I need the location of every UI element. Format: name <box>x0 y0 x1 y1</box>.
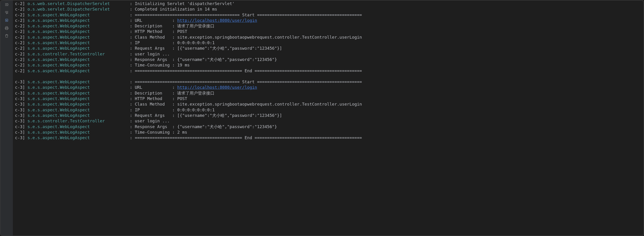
log-separator: : <box>127 34 135 40</box>
log-thread: c-2] <box>15 57 28 62</box>
log-message: Initializing Servlet 'dispatcherServlet' <box>135 1 234 6</box>
log-thread: c-3] <box>15 90 28 96</box>
log-thread: c-2] <box>15 51 28 57</box>
log-line: c-2] s.e.s.aspect.WebLogAspect : Time-Co… <box>15 62 642 68</box>
log-message: user login ... <box>135 118 170 124</box>
log-thread: c-3] <box>15 135 28 141</box>
log-message: Description : 请求了用户登录接口 <box>135 90 214 96</box>
log-thread: c-2] <box>15 34 28 40</box>
log-message: Completed initialization in 14 ms <box>135 6 217 12</box>
log-thread: c-2] <box>15 23 28 29</box>
log-logger: s.e.s.controller.TestController <box>28 51 127 57</box>
log-line: c-3] s.e.s.aspect.WebLogAspect : =======… <box>15 79 642 85</box>
log-thread: c-3] <box>15 113 28 118</box>
log-logger: s.e.s.aspect.WebLogAspect <box>28 124 127 130</box>
print-icon[interactable] <box>4 26 9 30</box>
log-line: c-2] s.e.s.aspect.WebLogAspect : IP : 0:… <box>15 40 642 45</box>
log-thread: c-2] <box>15 6 28 12</box>
log-line: c-3] s.e.s.aspect.WebLogAspect : Class M… <box>15 101 642 107</box>
log-line: c-2] s.e.s.aspect.WebLogAspect : =======… <box>15 12 642 18</box>
log-url-link[interactable]: http://localhost:8080/user/login <box>177 18 257 23</box>
log-line: c-2] o.s.web.servlet.DispatcherServlet :… <box>15 6 642 12</box>
log-thread: c-2] <box>15 68 28 74</box>
log-separator: : <box>127 68 135 74</box>
log-output[interactable]: c-2] o.s.web.servlet.DispatcherServlet :… <box>13 0 644 236</box>
log-logger: s.e.s.aspect.WebLogAspect <box>28 68 127 74</box>
log-thread: c-2] <box>15 40 28 45</box>
log-thread: c-2] <box>15 18 28 23</box>
log-logger: s.e.s.aspect.WebLogAspect <box>28 101 127 107</box>
svg-rect-1 <box>6 28 8 29</box>
log-logger: s.e.s.aspect.WebLogAspect <box>28 40 127 45</box>
log-logger: s.e.s.aspect.WebLogAspect <box>28 12 127 18</box>
log-message: HTTP Method : POST <box>135 29 187 34</box>
log-separator: : <box>127 124 135 130</box>
log-separator: : <box>127 51 135 57</box>
log-line: c-2] o.s.web.servlet.DispatcherServlet :… <box>15 1 642 6</box>
log-logger: s.e.s.aspect.WebLogAspect <box>28 29 127 34</box>
log-logger: s.e.s.aspect.WebLogAspect <box>28 113 127 118</box>
log-separator: : <box>127 40 135 45</box>
log-separator: : <box>127 130 135 135</box>
log-separator: : <box>127 107 135 113</box>
log-thread: c-3] <box>15 124 28 130</box>
log-line: c-3] s.e.s.aspect.WebLogAspect : URL : h… <box>15 85 642 90</box>
log-message: Response Args : {"username":"犬小哈","passw… <box>135 57 277 62</box>
log-line: c-3] s.e.s.aspect.WebLogAspect : Time-Co… <box>15 130 642 135</box>
log-message: Class Method : site.exception.springboot… <box>135 34 362 40</box>
log-separator: : <box>127 135 135 141</box>
log-logger: s.e.s.aspect.WebLogAspect <box>28 130 127 135</box>
log-separator: : <box>127 12 135 18</box>
log-message: Description : 请求了用户登录接口 <box>135 23 214 29</box>
log-message: ========================================… <box>135 12 362 18</box>
log-line: c-3] s.e.s.aspect.WebLogAspect : Respons… <box>15 124 642 130</box>
log-logger: s.e.s.aspect.WebLogAspect <box>28 85 127 90</box>
log-line: c-3] s.e.s.aspect.WebLogAspect : IP : 0:… <box>15 107 642 113</box>
log-thread: c-3] <box>15 107 28 113</box>
log-logger: s.e.s.aspect.WebLogAspect <box>28 23 127 29</box>
log-label: URL : <box>135 85 177 90</box>
log-logger: s.e.s.aspect.WebLogAspect <box>28 90 127 96</box>
log-separator: : <box>127 45 135 51</box>
log-logger: s.e.s.aspect.WebLogAspect <box>28 107 127 113</box>
log-thread: c-2] <box>15 62 28 68</box>
log-blank-line <box>15 74 642 79</box>
toggle-icon[interactable] <box>4 2 9 7</box>
log-label: URL : <box>135 18 177 23</box>
log-logger: o.s.web.servlet.DispatcherServlet <box>28 6 127 12</box>
log-line: c-3] s.e.s.aspect.WebLogAspect : Request… <box>15 113 642 118</box>
console-gutter <box>0 0 13 236</box>
log-separator: : <box>127 113 135 118</box>
log-separator: : <box>127 23 135 29</box>
log-url-link[interactable]: http://localhost:8080/user/login <box>177 85 257 90</box>
log-line: c-2] s.e.s.aspect.WebLogAspect : Respons… <box>15 57 642 62</box>
log-separator: : <box>127 1 135 6</box>
log-message: Class Method : site.exception.springboot… <box>135 101 362 107</box>
log-thread: c-3] <box>15 130 28 135</box>
log-logger: s.e.s.controller.TestController <box>28 118 127 124</box>
log-thread: c-3] <box>15 79 28 85</box>
log-message: Request Args : [{"username":"犬小哈","passw… <box>135 113 282 118</box>
log-logger: s.e.s.aspect.WebLogAspect <box>28 57 127 62</box>
wrap-icon[interactable] <box>4 10 9 15</box>
log-thread: c-2] <box>15 12 28 18</box>
log-message: HTTP Method : POST <box>135 96 187 101</box>
log-logger: s.e.s.aspect.WebLogAspect <box>28 45 127 51</box>
log-line: c-2] s.e.s.controller.TestController : u… <box>15 51 642 57</box>
log-logger: s.e.s.aspect.WebLogAspect <box>28 34 127 40</box>
trash-icon[interactable] <box>4 33 9 38</box>
log-message: ========================================… <box>135 68 362 74</box>
log-line: c-2] s.e.s.aspect.WebLogAspect : Request… <box>15 45 642 51</box>
log-separator: : <box>127 118 135 124</box>
log-message: Response Args : {"username":"犬小哈","passw… <box>135 124 277 130</box>
log-logger: s.e.s.aspect.WebLogAspect <box>28 135 127 141</box>
log-separator: : <box>127 29 135 34</box>
log-logger: s.e.s.aspect.WebLogAspect <box>28 62 127 68</box>
log-line: c-2] s.e.s.aspect.WebLogAspect : Descrip… <box>15 23 642 29</box>
log-line: c-3] s.e.s.aspect.WebLogAspect : Descrip… <box>15 90 642 96</box>
log-message: ========================================… <box>135 79 362 85</box>
log-message: Request Args : [{"username":"犬小哈","passw… <box>135 45 282 51</box>
log-separator: : <box>127 57 135 62</box>
export-icon[interactable] <box>4 18 9 22</box>
log-logger: s.e.s.aspect.WebLogAspect <box>28 96 127 101</box>
